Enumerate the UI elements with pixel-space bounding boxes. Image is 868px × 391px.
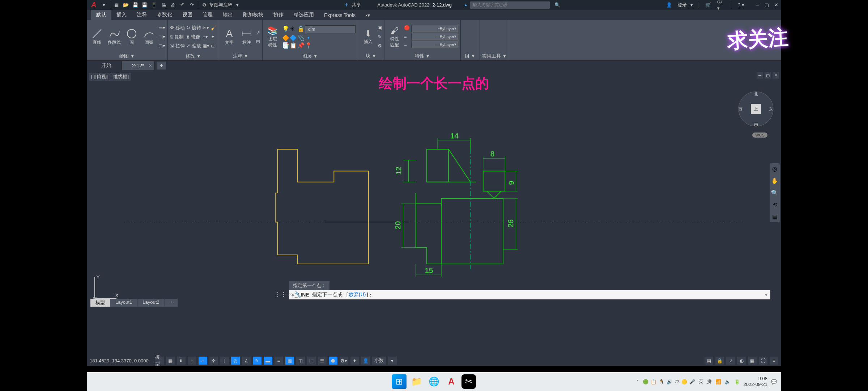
tray-chevron-icon[interactable]: ˄ — [637, 379, 639, 384]
web-icon[interactable]: 📱 — [150, 1, 158, 9]
lweight-dropdown[interactable]: — ByLayer ▾ — [411, 33, 458, 40]
search-icon[interactable]: 🔍 — [553, 1, 561, 9]
layer-icon4[interactable]: 🔹 — [305, 34, 311, 41]
open-icon[interactable]: 📂 — [122, 1, 130, 9]
panel-label-util[interactable]: 实用工具 ▼ — [482, 52, 507, 60]
stretch-button[interactable]: ⇲ 拉伸 — [170, 42, 185, 50]
start-button[interactable]: ⊞ — [392, 374, 407, 389]
ime-mode[interactable]: 拼 — [707, 378, 712, 385]
autodesk-icon[interactable]: Ⓐ ▾ — [717, 1, 725, 9]
scale-button[interactable]: ⤢ 缩放 — [186, 42, 201, 50]
ribbon-tab-view[interactable]: 视图 — [177, 10, 197, 20]
nav-zoom-icon[interactable]: 🔍 — [771, 189, 778, 196]
cmd-close-icon[interactable]: ✕ — [288, 291, 293, 298]
ribbon-tab-manage[interactable]: 管理 — [197, 10, 218, 20]
ltype-icon[interactable]: ┅ — [404, 42, 410, 50]
plot-icon[interactable]: 🖶 — [159, 1, 167, 9]
viewport-close-icon[interactable]: ✕ — [773, 72, 779, 79]
notification-icon[interactable]: 💬 — [771, 379, 777, 384]
offset-icon[interactable]: ⊏ — [211, 42, 217, 50]
tray-mic-icon[interactable]: 🎤 — [689, 379, 695, 384]
ribbon-tab-more[interactable]: ▪▾ — [361, 10, 375, 20]
saveas-icon[interactable]: 💾 — [141, 1, 149, 9]
layer-icon2[interactable]: 🔷 — [290, 34, 296, 41]
nav-wheel-icon[interactable]: ◎ — [772, 165, 777, 172]
cycle-icon[interactable]: ▩ — [285, 357, 294, 365]
iso2-icon[interactable]: ↗ — [726, 357, 735, 365]
lw-icon[interactable]: ▬ — [264, 357, 272, 365]
ribbon-tab-annotate[interactable]: 注释 — [132, 10, 152, 20]
nav-orbit-icon[interactable]: ⟲ — [773, 201, 777, 208]
lweight-icon[interactable]: ≡ — [404, 33, 410, 41]
move-button[interactable]: ✥ 移动 — [170, 24, 185, 32]
filter-icon[interactable]: ☰ — [318, 357, 327, 365]
save-icon[interactable]: 💾 — [131, 1, 139, 9]
panel-label-modify[interactable]: 修改 ▼ — [170, 52, 217, 60]
bound-icon[interactable]: ▢▾ — [158, 42, 165, 50]
arc-button[interactable]: 圆弧 — [141, 28, 157, 46]
layer-icon8[interactable]: 📍 — [305, 42, 311, 49]
cmd-config-icon[interactable]: 🔧 — [294, 291, 301, 298]
workspace-dropdown[interactable]: 草图与注释 — [209, 2, 233, 8]
otrack-icon[interactable]: ∠ — [242, 357, 251, 365]
viewport-label[interactable]: [-][俯视][二维线框] — [89, 73, 131, 81]
file-tab-current[interactable]: 2-12*✕ — [122, 61, 154, 70]
tray-volume-icon[interactable]: 🔊 — [667, 379, 672, 384]
wcs-badge[interactable]: WCS — [752, 133, 767, 138]
erase-icon[interactable]: 🧹 — [211, 24, 217, 32]
layer-props-button[interactable]: 📚图层 特性 — [265, 26, 281, 48]
tray-icon1[interactable]: 🟢 — [643, 379, 648, 384]
layer-freeze-icon[interactable]: ☀ — [290, 25, 296, 32]
2d-icon[interactable]: ✎ — [253, 357, 261, 365]
minimize-button[interactable]: ─ — [754, 1, 761, 9]
iso-icon[interactable]: ⌊ — [220, 357, 229, 365]
polyline-button[interactable]: 多段线 — [106, 28, 122, 46]
tray-icon6[interactable]: 🟡 — [681, 379, 687, 384]
layout-tab-2[interactable]: Layout2 — [137, 299, 165, 307]
share-button[interactable]: 共享 — [352, 2, 361, 8]
decimal-button[interactable]: 小数 — [372, 357, 386, 365]
sb-model[interactable]: 模型 — [155, 357, 164, 365]
file-tab-close-icon[interactable]: ✕ — [149, 63, 152, 68]
hatch-icon[interactable]: ⬚▾ — [158, 33, 165, 41]
qp-icon[interactable]: ▤ — [705, 357, 713, 365]
ribbon-tab-collab[interactable]: 协作 — [268, 10, 289, 20]
ann-icon[interactable]: ✦ — [350, 357, 359, 365]
gizmo-icon[interactable]: ⬢ — [329, 357, 337, 365]
osnap-icon[interactable]: ◎ — [231, 357, 240, 365]
tray-icon5[interactable]: 🛡 — [675, 379, 679, 384]
clock[interactable]: 9:08 2022-09-21 — [744, 376, 768, 387]
table-icon[interactable]: ⊞ — [256, 37, 260, 45]
full-icon[interactable]: ⛶ — [759, 357, 767, 365]
ribbon-tab-output[interactable]: 输出 — [218, 10, 238, 20]
layer-on-icon[interactable]: 💡 — [282, 25, 289, 32]
line-button[interactable]: 直线 — [89, 28, 105, 46]
clean-icon[interactable]: ▦ — [748, 357, 757, 365]
array-icon[interactable]: ▦▾ — [203, 42, 209, 50]
cmd-handle-icon[interactable]: ⋮⋮ — [275, 291, 286, 298]
close-button[interactable]: ✕ — [773, 1, 780, 9]
circle-button[interactable]: 圆 — [124, 28, 140, 46]
ribbon-tab-default[interactable]: 默认 — [91, 10, 111, 20]
ime-lang[interactable]: 英 — [699, 378, 703, 385]
search-input[interactable]: 输入关键字或短语 — [470, 1, 550, 9]
panel-label-layers[interactable]: 图层 ▼ — [265, 52, 356, 60]
layer-dropdown[interactable]: ▫ dim — [305, 25, 356, 33]
undo-icon[interactable]: ↶ — [178, 1, 186, 9]
trim-icon[interactable]: ✂▾ — [203, 24, 209, 32]
dynucs-icon[interactable]: ⬚ — [307, 357, 316, 365]
maximize-button[interactable]: ▢ — [763, 1, 770, 9]
workspace[interactable]: [-][俯视][二维线框] ─ ▢ ✕ 绘制一个长一点的 求关注 — [87, 71, 781, 317]
print-icon[interactable]: 🖨 — [169, 1, 177, 9]
tray-icon3[interactable]: 🐧 — [659, 379, 664, 384]
capcut-icon[interactable]: ✂ — [461, 374, 476, 389]
matchprop-button[interactable]: 🖌特性 匹配 — [387, 26, 403, 48]
tray-icon2[interactable]: 📋 — [651, 379, 656, 384]
layer-icon1[interactable]: 🔶 — [282, 34, 289, 41]
workspace-dd-icon[interactable]: ▾ — [233, 1, 241, 9]
ltype-dropdown[interactable]: — ByLayer ▾ — [411, 41, 458, 48]
block-icon1[interactable]: ▣ — [378, 24, 382, 32]
infer-icon[interactable]: ⊦ — [188, 357, 196, 365]
new-icon[interactable]: ▦ — [112, 1, 120, 9]
autocad-taskbar-icon[interactable]: A — [444, 374, 459, 389]
